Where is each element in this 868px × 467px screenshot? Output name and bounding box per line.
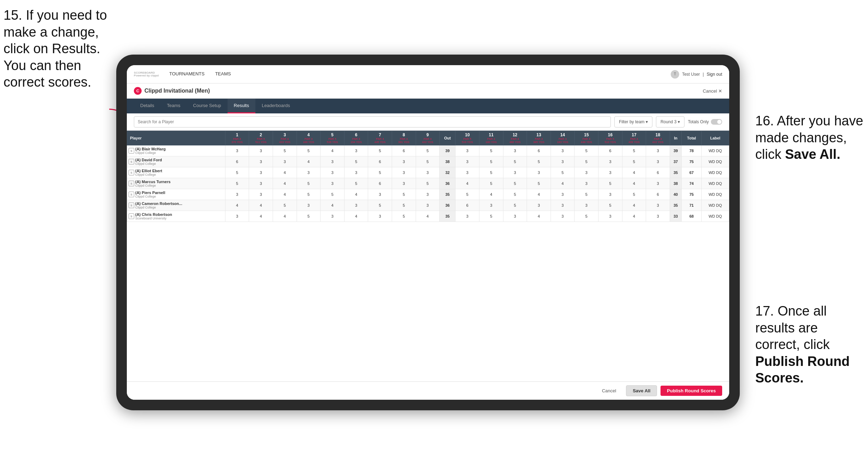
score-hole-15[interactable]: 3 [575, 178, 599, 189]
score-hole-11[interactable]: 5 [479, 211, 503, 222]
score-hole-3[interactable]: 5 [273, 145, 297, 156]
score-hole-7[interactable]: 5 [368, 200, 392, 211]
score-hole-17[interactable]: 4 [622, 200, 646, 211]
score-hole-1[interactable]: 3 [225, 145, 249, 156]
score-hole-12[interactable]: 5 [503, 178, 527, 189]
score-hole-9[interactable]: 3 [416, 167, 440, 178]
score-hole-7[interactable]: 3 [368, 211, 392, 222]
score-hole-5[interactable]: 4 [321, 200, 345, 211]
score-hole-12[interactable]: 5 [503, 189, 527, 200]
score-hole-16[interactable]: 3 [598, 167, 622, 178]
score-hole-5[interactable]: 3 [321, 211, 345, 222]
score-label[interactable]: WD DQ [701, 200, 729, 211]
score-hole-12[interactable]: 3 [503, 145, 527, 156]
score-hole-17[interactable]: 5 [622, 189, 646, 200]
score-hole-13[interactable]: 3 [527, 167, 551, 178]
score-hole-7[interactable]: 6 [368, 156, 392, 167]
score-hole-10[interactable]: 4 [455, 178, 479, 189]
score-hole-13[interactable]: 5 [527, 178, 551, 189]
score-hole-1[interactable]: 4 [225, 200, 249, 211]
wd-label[interactable]: WD [708, 203, 715, 207]
score-label[interactable]: WD DQ [701, 167, 729, 178]
score-hole-3[interactable]: 4 [273, 189, 297, 200]
score-hole-12[interactable]: 3 [503, 167, 527, 178]
score-hole-11[interactable]: 5 [479, 167, 503, 178]
publish-round-scores-button[interactable]: Publish Round Scores [661, 386, 722, 396]
score-hole-15[interactable]: 5 [575, 145, 599, 156]
score-hole-11[interactable]: 5 [479, 156, 503, 167]
score-hole-2[interactable]: 3 [249, 167, 273, 178]
wd-label[interactable]: WD [708, 160, 715, 164]
score-hole-18[interactable]: 6 [646, 189, 670, 200]
score-hole-5[interactable]: 3 [321, 178, 345, 189]
score-hole-10[interactable]: 6 [455, 200, 479, 211]
score-hole-2[interactable]: 3 [249, 145, 273, 156]
score-hole-9[interactable]: 3 [416, 189, 440, 200]
cancel-button-bottom[interactable]: Cancel [596, 386, 622, 396]
score-hole-16[interactable]: 5 [598, 178, 622, 189]
score-hole-8[interactable]: 6 [392, 145, 416, 156]
score-hole-13[interactable]: 3 [527, 200, 551, 211]
score-hole-15[interactable]: 5 [575, 211, 599, 222]
score-hole-13[interactable]: 4 [527, 189, 551, 200]
score-hole-14[interactable]: 4 [551, 178, 575, 189]
wd-label[interactable]: WD [708, 149, 715, 153]
score-hole-2[interactable]: 3 [249, 189, 273, 200]
score-hole-9[interactable]: 3 [416, 200, 440, 211]
score-hole-5[interactable]: 3 [321, 167, 345, 178]
score-hole-1[interactable]: 6 [225, 156, 249, 167]
sign-out-link[interactable]: Sign out [707, 72, 722, 77]
score-hole-14[interactable]: 3 [551, 189, 575, 200]
dq-label[interactable]: DQ [716, 181, 722, 186]
score-hole-17[interactable]: 5 [622, 145, 646, 156]
score-hole-8[interactable]: 3 [392, 167, 416, 178]
score-hole-18[interactable]: 3 [646, 211, 670, 222]
score-hole-6[interactable]: 5 [344, 156, 368, 167]
score-hole-4[interactable]: 4 [297, 156, 321, 167]
score-hole-9[interactable]: 5 [416, 145, 440, 156]
score-hole-8[interactable]: 3 [392, 178, 416, 189]
dq-label[interactable]: DQ [716, 192, 722, 197]
score-hole-11[interactable]: 5 [479, 145, 503, 156]
score-hole-6[interactable]: 5 [344, 178, 368, 189]
score-hole-11[interactable]: 4 [479, 189, 503, 200]
score-hole-5[interactable]: 3 [321, 156, 345, 167]
dq-label[interactable]: DQ [716, 203, 722, 207]
save-all-button[interactable]: Save All [626, 385, 657, 396]
score-hole-7[interactable]: 3 [368, 189, 392, 200]
score-hole-9[interactable]: 5 [416, 156, 440, 167]
score-hole-1[interactable]: 5 [225, 167, 249, 178]
score-hole-8[interactable]: 3 [392, 156, 416, 167]
score-hole-14[interactable]: 5 [551, 167, 575, 178]
score-hole-18[interactable]: 3 [646, 145, 670, 156]
dq-label[interactable]: DQ [716, 160, 722, 164]
score-hole-6[interactable]: 3 [344, 200, 368, 211]
wd-label[interactable]: WD [708, 181, 715, 186]
score-label[interactable]: WD DQ [701, 156, 729, 167]
score-hole-13[interactable]: 6 [527, 145, 551, 156]
score-label[interactable]: WD DQ [701, 189, 729, 200]
score-hole-4[interactable]: 5 [297, 189, 321, 200]
score-hole-13[interactable]: 4 [527, 211, 551, 222]
score-hole-12[interactable]: 3 [503, 211, 527, 222]
score-hole-1[interactable]: 3 [225, 211, 249, 222]
wd-label[interactable]: WD [708, 170, 715, 175]
dq-label[interactable]: DQ [716, 214, 722, 218]
score-hole-3[interactable]: 4 [273, 178, 297, 189]
score-hole-8[interactable]: 5 [392, 189, 416, 200]
search-input[interactable] [134, 116, 611, 127]
totals-toggle-switch[interactable] [711, 119, 722, 125]
nav-tournaments[interactable]: TOURNAMENTS [169, 70, 204, 79]
score-hole-2[interactable]: 3 [249, 178, 273, 189]
score-hole-16[interactable]: 6 [598, 145, 622, 156]
tab-results[interactable]: Results [228, 99, 255, 113]
score-label[interactable]: WD DQ [701, 145, 729, 156]
score-hole-10[interactable]: 3 [455, 167, 479, 178]
score-hole-2[interactable]: 4 [249, 211, 273, 222]
score-hole-14[interactable]: 3 [551, 211, 575, 222]
score-hole-15[interactable]: 3 [575, 167, 599, 178]
score-hole-7[interactable]: 5 [368, 167, 392, 178]
score-hole-16[interactable]: 3 [598, 189, 622, 200]
score-hole-2[interactable]: 4 [249, 200, 273, 211]
score-hole-10[interactable]: 5 [455, 189, 479, 200]
